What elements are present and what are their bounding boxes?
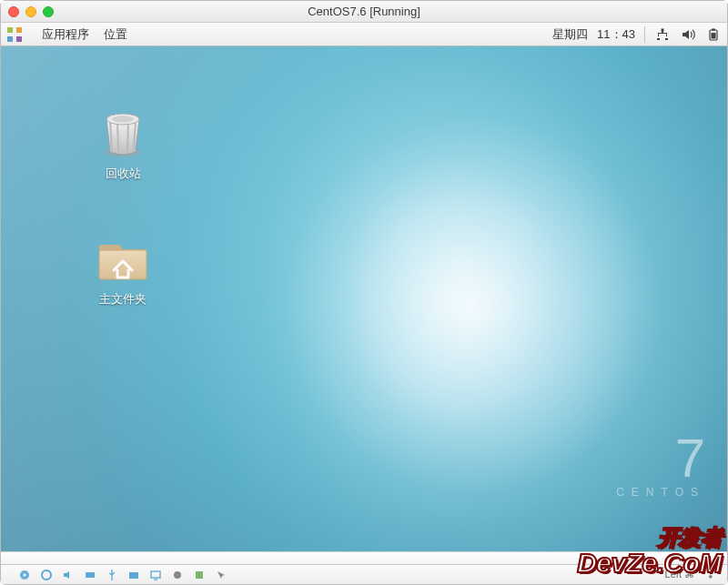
vbox-optical-icon[interactable] bbox=[39, 568, 54, 582]
virtualbox-statusbar: Left ⌘ bbox=[1, 564, 727, 584]
home-folder-label: 主文件夹 bbox=[96, 290, 150, 308]
trash-icon bbox=[94, 103, 152, 161]
vbox-shared-folder-icon[interactable] bbox=[126, 568, 141, 582]
vbox-mouse-icon[interactable] bbox=[214, 568, 228, 582]
vbox-network-icon[interactable] bbox=[83, 568, 97, 582]
guest-bottom-panel[interactable] bbox=[1, 551, 727, 564]
desktop[interactable]: 回收站 主文件夹 7 CENTOS bbox=[1, 46, 727, 564]
vbox-hdd-icon[interactable] bbox=[17, 568, 32, 582]
apps-icon bbox=[6, 26, 23, 43]
svg-point-10 bbox=[112, 116, 134, 123]
os-version: 7 bbox=[616, 437, 705, 480]
clock-time[interactable]: 11：43 bbox=[597, 26, 635, 43]
vbox-cpu-icon[interactable] bbox=[192, 568, 207, 582]
vbox-recording-icon[interactable] bbox=[170, 568, 185, 582]
zoom-button[interactable] bbox=[43, 6, 54, 17]
trash-desktop-icon[interactable]: 回收站 bbox=[79, 103, 167, 183]
svg-point-18 bbox=[174, 571, 181, 579]
svg-rect-16 bbox=[129, 572, 138, 579]
traffic-lights bbox=[8, 6, 54, 17]
os-brand: CENTOS bbox=[616, 486, 705, 499]
svg-rect-6 bbox=[712, 28, 715, 30]
gnome-top-panel: 应用程序 位置 星期四 11：43 bbox=[1, 23, 727, 46]
home-folder-icon bbox=[94, 228, 152, 287]
svg-rect-15 bbox=[86, 572, 95, 578]
applications-menu[interactable]: 应用程序 bbox=[42, 26, 89, 43]
vbox-audio-icon[interactable] bbox=[61, 568, 76, 582]
trash-label: 回收站 bbox=[102, 165, 145, 183]
svg-rect-2 bbox=[7, 36, 13, 42]
centos-watermark: 7 CENTOS bbox=[616, 437, 705, 499]
gnome-right-group: 星期四 11：43 bbox=[552, 26, 722, 43]
separator bbox=[644, 26, 645, 43]
vbox-host-key-label: Left ⌘ bbox=[665, 569, 694, 580]
close-button[interactable] bbox=[8, 6, 19, 17]
gnome-left-group: 应用程序 位置 bbox=[6, 26, 127, 43]
svg-point-13 bbox=[24, 573, 26, 576]
clock-day[interactable]: 星期四 bbox=[552, 26, 588, 43]
svg-rect-19 bbox=[196, 571, 203, 579]
home-folder-desktop-icon[interactable]: 主文件夹 bbox=[79, 228, 167, 308]
svg-rect-11 bbox=[99, 250, 147, 279]
window-title: CentOS7.6 [Running] bbox=[1, 5, 727, 18]
svg-rect-17 bbox=[151, 571, 160, 578]
mac-titlebar: CentOS7.6 [Running] bbox=[1, 1, 727, 23]
places-menu[interactable]: 位置 bbox=[104, 26, 127, 43]
svg-rect-7 bbox=[712, 33, 716, 39]
vbox-indicator-group bbox=[17, 568, 228, 582]
vbox-display-icon[interactable] bbox=[148, 568, 163, 582]
vbox-host-key-icon bbox=[703, 568, 718, 582]
svg-rect-3 bbox=[16, 36, 22, 42]
svg-point-14 bbox=[42, 570, 51, 580]
svg-rect-1 bbox=[16, 27, 22, 33]
network-icon[interactable] bbox=[654, 26, 671, 43]
minimize-button[interactable] bbox=[25, 6, 36, 17]
vbox-usb-icon[interactable] bbox=[105, 568, 119, 582]
svg-rect-4 bbox=[662, 28, 664, 31]
svg-rect-0 bbox=[7, 27, 13, 33]
volume-icon[interactable] bbox=[680, 26, 696, 43]
battery-icon[interactable] bbox=[705, 26, 722, 43]
vm-window: CentOS7.6 [Running] 应用程序 位置 星期四 11：43 bbox=[0, 0, 728, 585]
